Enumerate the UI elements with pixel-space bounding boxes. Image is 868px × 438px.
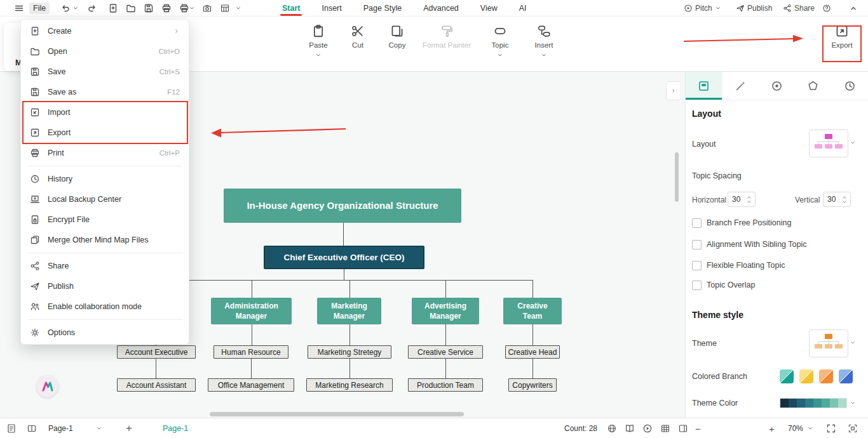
- tab-ai[interactable]: AI: [519, 0, 527, 17]
- print-dropdown[interactable]: [188, 1, 196, 16]
- zoom-out-button[interactable]: −: [695, 418, 701, 438]
- save-button[interactable]: [141, 1, 156, 16]
- colored-branch-option-yellow[interactable]: [799, 369, 813, 383]
- tab-page-style[interactable]: Page Style: [363, 0, 402, 17]
- share-button[interactable]: Share: [783, 1, 815, 16]
- main-menu-button[interactable]: [11, 1, 27, 16]
- layout-thumbnail-selector[interactable]: [809, 129, 848, 157]
- horizontal-scrollbar[interactable]: [210, 412, 464, 416]
- menu-item-import[interactable]: Import: [21, 102, 189, 123]
- add-page-button[interactable]: +: [126, 418, 132, 438]
- fullscreen-button[interactable]: [826, 418, 836, 438]
- vertical-scrollbar[interactable]: [675, 152, 679, 202]
- insert-table-button[interactable]: [217, 1, 233, 16]
- org-node-ceo[interactable]: Chief Executive Officer (CEO): [264, 246, 424, 269]
- fit-to-window-button[interactable]: [848, 418, 858, 438]
- split-view-button[interactable]: [27, 418, 37, 438]
- customize-toolbar-button[interactable]: [234, 1, 243, 16]
- org-node-leaf[interactable]: Copywriters: [508, 378, 557, 392]
- org-node-leaf[interactable]: Creative Head: [505, 345, 560, 359]
- format-painter-button[interactable]: Format Painter: [423, 24, 471, 49]
- insert-button[interactable]: Insert: [529, 24, 559, 58]
- menu-item-create[interactable]: Create: [21, 21, 189, 41]
- tab-insert[interactable]: Insert: [322, 0, 341, 17]
- panel-tab-format[interactable]: [686, 72, 722, 100]
- collapse-ribbon-button[interactable]: [849, 1, 858, 16]
- menu-item-publish[interactable]: Publish: [21, 276, 189, 296]
- org-node-manager[interactable]: Administration Manager: [211, 298, 292, 324]
- page-selector[interactable]: Page-1: [48, 418, 102, 438]
- menu-item-export[interactable]: Export: [21, 123, 189, 143]
- help-button[interactable]: [822, 1, 831, 16]
- presentation-button[interactable]: [642, 418, 653, 438]
- org-node-leaf[interactable]: Marketing Stretegy: [308, 345, 391, 359]
- org-node-leaf[interactable]: Human Resource: [214, 345, 288, 359]
- checkbox-branch-free-positioning[interactable]: Branch Free Positioning: [692, 218, 791, 228]
- topic-button[interactable]: Topic: [485, 24, 515, 58]
- menu-item-history[interactable]: History: [21, 169, 189, 189]
- vertical-spacing-input[interactable]: [824, 195, 840, 204]
- new-file-button[interactable]: [105, 1, 121, 16]
- checkbox-alignment-with-sibling-topic[interactable]: Alignment With Sibling Topic: [692, 239, 806, 249]
- org-node-leaf[interactable]: Production Team: [408, 378, 483, 392]
- menu-item-print[interactable]: Print Ctrl+P: [21, 143, 189, 163]
- language-button[interactable]: [607, 418, 617, 438]
- stepper-arrows[interactable]: [840, 196, 849, 204]
- publish-button[interactable]: Publish: [736, 1, 772, 16]
- undo-button[interactable]: [58, 1, 72, 16]
- edrawmind-logo-bubble[interactable]: [36, 375, 58, 397]
- tab-start[interactable]: Start: [282, 0, 300, 17]
- checkbox-topic-overlap[interactable]: Topic Overlap: [692, 280, 755, 290]
- org-node-leaf[interactable]: Creative Service: [408, 345, 483, 359]
- paste-button[interactable]: Paste: [304, 24, 333, 58]
- horizontal-spacing-input[interactable]: [728, 195, 745, 204]
- layout-dropdown-caret[interactable]: [850, 140, 856, 146]
- org-node-manager[interactable]: Marketing Manager: [317, 298, 381, 324]
- checkbox-box[interactable]: [692, 218, 702, 228]
- theme-color-dropdown-caret[interactable]: [850, 400, 856, 406]
- vertical-spacing-stepper[interactable]: [823, 192, 851, 207]
- page-tab-active[interactable]: Page-1: [163, 418, 188, 438]
- print-button[interactable]: [159, 1, 174, 16]
- menu-item-share[interactable]: Share: [21, 256, 189, 276]
- tab-view[interactable]: View: [480, 0, 498, 17]
- file-menu-button[interactable]: File: [29, 1, 50, 16]
- org-node-leaf[interactable]: Account Assistant: [117, 378, 196, 392]
- redo-button[interactable]: [85, 1, 99, 16]
- org-node-leaf[interactable]: Marketing Research: [306, 378, 393, 392]
- org-node-central-topic[interactable]: In-House Agency Organizational Structure: [224, 189, 461, 223]
- menu-item-merge-mind-map-files[interactable]: Merge Other Mind Map Files: [21, 230, 189, 250]
- zoom-in-button[interactable]: +: [769, 418, 775, 438]
- org-node-leaf[interactable]: Office Management: [208, 378, 294, 392]
- dictionary-button[interactable]: [625, 418, 635, 438]
- menu-item-open[interactable]: Open Ctrl+O: [21, 41, 189, 62]
- menu-item-encrypt-file[interactable]: Encrypt File: [21, 209, 189, 230]
- cut-button[interactable]: Cut: [343, 24, 372, 49]
- colored-branch-option-blue[interactable]: [839, 369, 853, 383]
- horizontal-spacing-stepper[interactable]: [728, 192, 756, 207]
- checkbox-box[interactable]: [692, 281, 702, 290]
- panel-tab-shape[interactable]: [795, 72, 831, 100]
- org-node-manager[interactable]: Creative Team: [503, 298, 562, 324]
- export-button[interactable]: Export: [827, 24, 857, 49]
- menu-item-save[interactable]: Save Ctrl+S: [21, 62, 189, 82]
- zoom-level-selector[interactable]: 70%: [788, 418, 813, 438]
- stepper-arrows[interactable]: [745, 196, 754, 204]
- org-node-leaf[interactable]: Account Executive: [117, 345, 196, 359]
- undo-history-dropdown[interactable]: [71, 1, 80, 16]
- colored-branch-option-teal[interactable]: [780, 369, 794, 383]
- checkbox-box[interactable]: [692, 261, 702, 270]
- open-file-button[interactable]: [123, 1, 139, 16]
- theme-thumbnail-selector[interactable]: [809, 329, 848, 357]
- theme-color-palette[interactable]: [780, 398, 847, 408]
- panel-collapse-handle[interactable]: [666, 81, 680, 100]
- copy-button[interactable]: Copy: [383, 24, 412, 49]
- colored-branch-option-orange[interactable]: [819, 369, 833, 383]
- org-node-manager[interactable]: Advertising Manager: [412, 298, 479, 324]
- panel-tab-style[interactable]: [722, 72, 758, 100]
- sheet-list-button[interactable]: [6, 418, 17, 438]
- menu-item-save-as[interactable]: Save as F12: [21, 82, 189, 102]
- theme-dropdown-caret[interactable]: [850, 340, 856, 346]
- panel-tab-focus[interactable]: [759, 72, 795, 100]
- side-panel-button[interactable]: [678, 418, 688, 438]
